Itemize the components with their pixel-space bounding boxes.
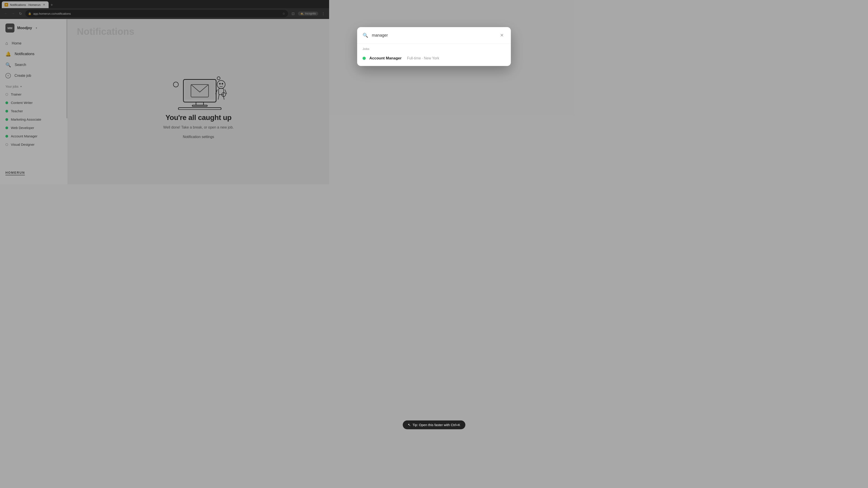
search-overlay[interactable]: 🔍 ✕ Jobs Account Manager Full-time · New… — [0, 0, 329, 184]
